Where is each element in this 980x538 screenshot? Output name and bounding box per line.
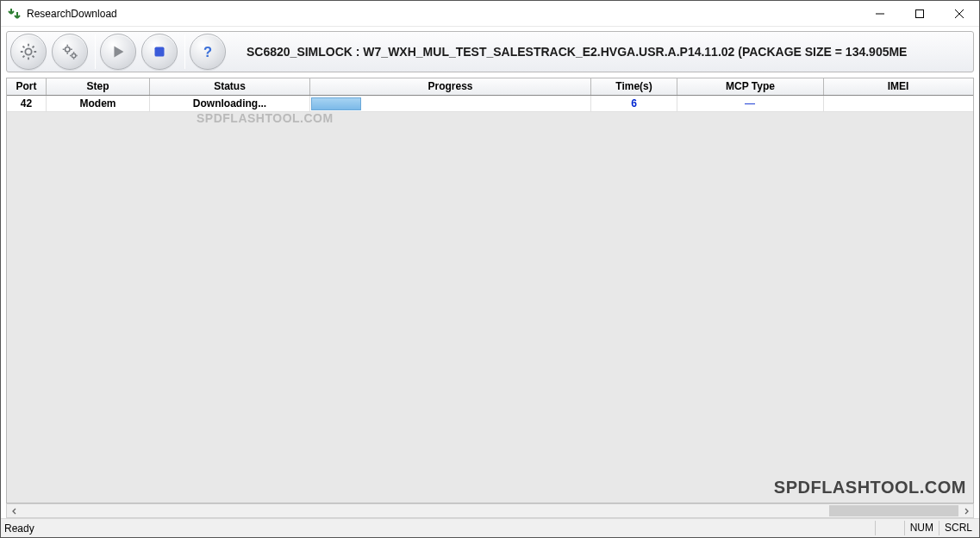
cell-port: 42 — [7, 96, 47, 111]
col-step[interactable]: Step — [47, 78, 150, 95]
toolbar-separator — [95, 34, 96, 69]
svg-text:?: ? — [203, 44, 212, 59]
cell-time: 6 — [591, 96, 677, 111]
svg-rect-0 — [916, 9, 924, 17]
col-port[interactable]: Port — [7, 78, 47, 95]
settings-multi-button[interactable] — [52, 34, 88, 70]
cell-mcp: — — [677, 96, 824, 111]
minimize-button[interactable] — [860, 1, 900, 26]
app-icon — [8, 7, 22, 21]
stop-icon — [150, 42, 169, 61]
gear-icon — [19, 42, 38, 61]
svg-point-3 — [72, 53, 76, 58]
h-scrollbar[interactable] — [6, 504, 974, 518]
package-info: SC6820_SIMLOCK : W7_WXH_MUL_TEST_SALESTR… — [231, 45, 970, 59]
toolbar-container: ? SC6820_SIMLOCK : W7_WXH_MUL_TEST_SALES… — [1, 27, 979, 78]
statusbar: Ready NUM SCRL — [1, 518, 979, 537]
help-button[interactable]: ? — [190, 34, 226, 70]
help-icon: ? — [198, 42, 217, 61]
col-time[interactable]: Time(s) — [591, 78, 677, 95]
download-table: Port Step Status Progress Time(s) MCP Ty… — [6, 78, 974, 504]
window-controls — [860, 1, 979, 26]
status-ready: Ready — [4, 522, 34, 535]
svg-point-1 — [25, 48, 31, 54]
close-button[interactable] — [939, 1, 979, 26]
cell-progress — [310, 96, 591, 111]
table-header: Port Step Status Progress Time(s) MCP Ty… — [7, 78, 973, 96]
window-title: ResearchDownload — [27, 8, 860, 20]
table-row[interactable]: 42 Modem Downloading... 6 — — [7, 96, 973, 112]
progress-bar — [311, 97, 361, 110]
col-imei[interactable]: IMEI — [824, 78, 972, 95]
cell-status: Downloading... — [150, 96, 310, 111]
status-scrl: SCRL — [939, 521, 977, 535]
watermark: SPDFLASHTOOL.COM — [197, 111, 334, 125]
svg-rect-4 — [155, 47, 165, 57]
col-progress[interactable]: Progress — [310, 78, 591, 95]
col-status[interactable]: Status — [150, 78, 310, 95]
stop-button[interactable] — [141, 34, 178, 70]
scroll-track[interactable] — [22, 504, 958, 517]
scroll-thumb[interactable] — [829, 505, 958, 516]
play-icon — [109, 42, 128, 61]
settings-button[interactable] — [10, 34, 47, 70]
toolbar-separator — [184, 34, 185, 69]
status-blank — [875, 521, 904, 535]
cell-imei — [824, 96, 972, 111]
cell-step: Modem — [47, 96, 150, 111]
svg-point-2 — [66, 47, 71, 53]
status-num: NUM — [904, 521, 939, 535]
titlebar: ResearchDownload — [1, 1, 979, 27]
scroll-left-icon[interactable] — [7, 504, 22, 517]
gears-icon — [60, 42, 79, 61]
toolbar: ? SC6820_SIMLOCK : W7_WXH_MUL_TEST_SALES… — [6, 31, 974, 72]
watermark: SPDFLASHTOOL.COM — [774, 478, 966, 497]
maximize-button[interactable] — [900, 1, 939, 26]
col-mcp[interactable]: MCP Type — [677, 78, 824, 95]
start-button[interactable] — [100, 34, 136, 70]
scroll-right-icon[interactable] — [958, 504, 973, 517]
